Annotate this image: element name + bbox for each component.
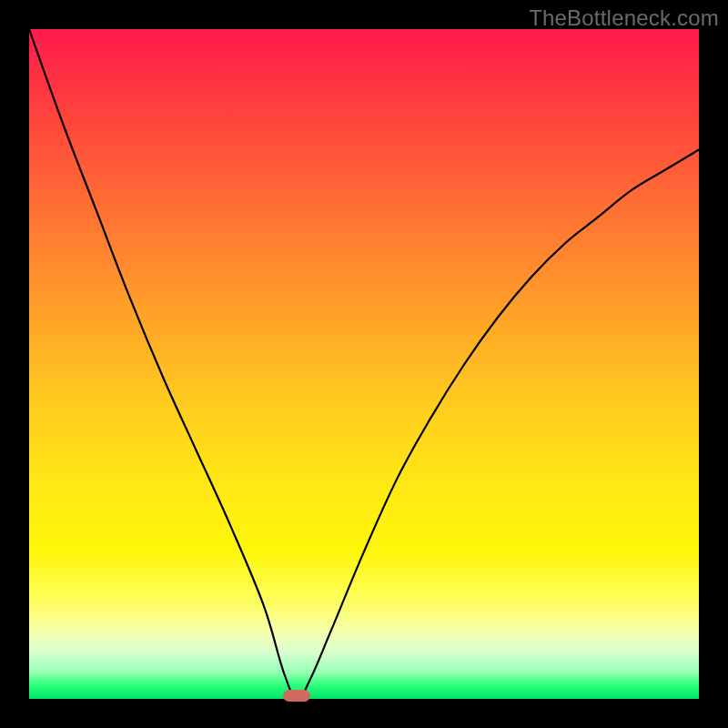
watermark-text: TheBottleneck.com [529, 5, 719, 31]
plot-area [29, 29, 699, 699]
bottleneck-curve [29, 29, 699, 699]
minimum-marker [283, 690, 310, 702]
chart-frame: TheBottleneck.com [0, 0, 728, 728]
